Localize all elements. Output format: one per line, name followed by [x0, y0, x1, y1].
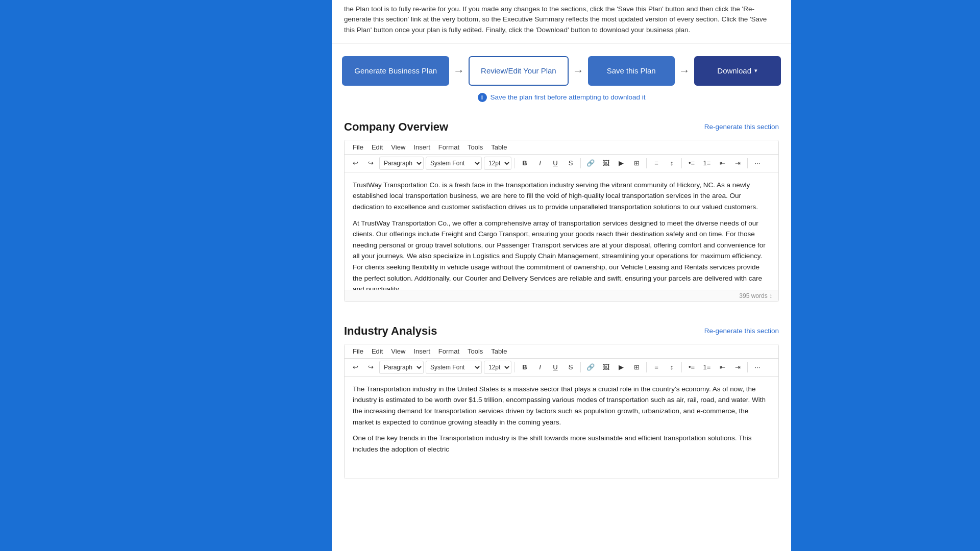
ia-table-insert-button[interactable]: ⊞ — [630, 361, 643, 374]
industry-analysis-content[interactable]: The Transportation industry in the Unite… — [345, 377, 778, 479]
ia-media-button[interactable]: ▶ — [615, 361, 628, 374]
industry-analysis-regenerate[interactable]: Re-generate this section — [704, 327, 779, 335]
company-overview-menubar: File Edit View Insert Format Tools Table — [345, 140, 778, 155]
info-banner: i Save the plan first before attempting … — [478, 93, 646, 102]
sep-5 — [747, 158, 748, 168]
ia-outdent-button[interactable]: ⇤ — [716, 361, 729, 374]
menu-view[interactable]: View — [387, 142, 409, 152]
menu-insert[interactable]: Insert — [409, 142, 434, 152]
font-size-select[interactable]: 12pt — [484, 157, 511, 170]
arrow-1: → — [453, 64, 464, 78]
sep-1 — [514, 158, 515, 168]
menu-file[interactable]: File — [349, 142, 368, 152]
ia-sep-1 — [514, 362, 515, 372]
table-insert-button[interactable]: ⊞ — [630, 157, 643, 170]
industry-analysis-section: Industry Analysis Re-generate this secti… — [332, 312, 791, 479]
company-overview-content[interactable]: TrustWay Transportation Co. is a fresh f… — [345, 172, 778, 290]
info-icon: i — [478, 93, 487, 102]
ia-image-button[interactable]: 🖼 — [599, 361, 612, 374]
line-height-button[interactable]: ↕ — [665, 157, 678, 170]
ia-menu-file[interactable]: File — [349, 346, 368, 356]
bullet-list-button[interactable]: •≡ — [685, 157, 698, 170]
download-button[interactable]: Download ▾ — [694, 56, 781, 86]
ia-undo-button[interactable]: ↩ — [349, 361, 362, 374]
company-overview-regenerate[interactable]: Re-generate this section — [704, 123, 779, 131]
ia-content-para-2: One of the key trends in the Transportat… — [353, 433, 770, 455]
sep-4 — [681, 158, 682, 168]
indent-button[interactable]: ⇥ — [731, 157, 744, 170]
industry-analysis-toolbar: ↩ ↪ Paragraph System Font 12pt B I U S 🔗 — [345, 359, 778, 377]
workflow-section: Generate Business Plan → Review/Edit You… — [332, 44, 791, 108]
italic-button[interactable]: I — [533, 157, 547, 170]
company-overview-toolbar: ↩ ↪ Paragraph System Font 12pt B I U S 🔗 — [345, 155, 778, 172]
underline-button[interactable]: U — [549, 157, 562, 170]
company-overview-footer: 395 words ↕ — [345, 290, 778, 302]
download-label: Download — [717, 66, 751, 75]
ia-font-size-select[interactable]: 12pt — [484, 361, 511, 374]
main-content: the Plan tool is to fully re-write for y… — [332, 0, 791, 551]
ia-content-para-1: The Transportation industry in the Unite… — [353, 384, 770, 428]
arrow-3: → — [679, 64, 690, 78]
company-overview-editor: File Edit View Insert Format Tools Table… — [344, 140, 779, 302]
strikethrough-button[interactable]: S — [564, 157, 577, 170]
gap-1 — [332, 302, 791, 312]
menu-tools[interactable]: Tools — [463, 142, 487, 152]
ia-menu-table[interactable]: Table — [487, 346, 511, 356]
ia-font-select[interactable]: System Font — [426, 361, 482, 374]
redo-button[interactable]: ↪ — [364, 157, 377, 170]
sep-2 — [580, 158, 581, 168]
menu-format[interactable]: Format — [434, 142, 463, 152]
outdent-button[interactable]: ⇤ — [716, 157, 729, 170]
generate-plan-button[interactable]: Generate Business Plan — [342, 56, 449, 86]
ia-menu-edit[interactable]: Edit — [368, 346, 387, 356]
ia-link-button[interactable]: 🔗 — [584, 361, 597, 374]
menu-table[interactable]: Table — [487, 142, 511, 152]
ia-more-button[interactable]: ··· — [751, 361, 764, 374]
ia-numbered-list-button[interactable]: 1≡ — [700, 361, 714, 374]
description-text: the Plan tool is to fully re-write for y… — [344, 5, 767, 34]
ia-menu-view[interactable]: View — [387, 346, 409, 356]
industry-analysis-menubar: File Edit View Insert Format Tools Table — [345, 344, 778, 359]
menu-edit[interactable]: Edit — [368, 142, 387, 152]
arrow-2: → — [573, 64, 584, 78]
media-button[interactable]: ▶ — [615, 157, 628, 170]
info-message: Save the plan first before attempting to… — [491, 93, 646, 101]
ia-sep-4 — [681, 362, 682, 372]
link-button[interactable]: 🔗 — [584, 157, 597, 170]
ia-indent-button[interactable]: ⇥ — [731, 361, 744, 374]
content-para-2: At TrustWay Transportation Co., we offer… — [353, 218, 770, 290]
save-plan-button[interactable]: Save this Plan — [588, 56, 675, 86]
ia-line-height-button[interactable]: ↕ — [665, 361, 678, 374]
ia-bullet-list-button[interactable]: •≡ — [685, 361, 698, 374]
ia-redo-button[interactable]: ↪ — [364, 361, 377, 374]
ia-paragraph-style-select[interactable]: Paragraph — [379, 361, 424, 374]
ia-italic-button[interactable]: I — [533, 361, 547, 374]
sidebar — [0, 0, 143, 551]
ia-menu-insert[interactable]: Insert — [409, 346, 434, 356]
ia-bold-button[interactable]: B — [518, 361, 531, 374]
ia-menu-tools[interactable]: Tools — [463, 346, 487, 356]
content-para-1: TrustWay Transportation Co. is a fresh f… — [353, 180, 770, 213]
download-dropdown-icon: ▾ — [754, 67, 757, 74]
font-select[interactable]: System Font — [426, 157, 482, 170]
word-count: 395 words — [739, 292, 767, 299]
ia-sep-5 — [747, 362, 748, 372]
workflow-steps: Generate Business Plan → Review/Edit You… — [342, 56, 780, 86]
more-button[interactable]: ··· — [751, 157, 764, 170]
review-plan-button[interactable]: Review/Edit Your Plan — [469, 56, 569, 86]
undo-button[interactable]: ↩ — [349, 157, 362, 170]
bold-button[interactable]: B — [518, 157, 531, 170]
company-overview-section: Company Overview Re-generate this sectio… — [332, 108, 791, 302]
industry-analysis-header: Industry Analysis Re-generate this secti… — [344, 324, 779, 338]
industry-analysis-editor: File Edit View Insert Format Tools Table… — [344, 344, 779, 479]
image-button[interactable]: 🖼 — [599, 157, 612, 170]
company-overview-title: Company Overview — [344, 120, 448, 134]
ia-menu-format[interactable]: Format — [434, 346, 463, 356]
align-button[interactable]: ≡ — [650, 157, 663, 170]
ia-underline-button[interactable]: U — [549, 361, 562, 374]
paragraph-style-select[interactable]: Paragraph — [379, 157, 424, 170]
numbered-list-button[interactable]: 1≡ — [700, 157, 714, 170]
ia-strikethrough-button[interactable]: S — [564, 361, 577, 374]
ia-align-button[interactable]: ≡ — [650, 361, 663, 374]
ia-sep-3 — [646, 362, 647, 372]
